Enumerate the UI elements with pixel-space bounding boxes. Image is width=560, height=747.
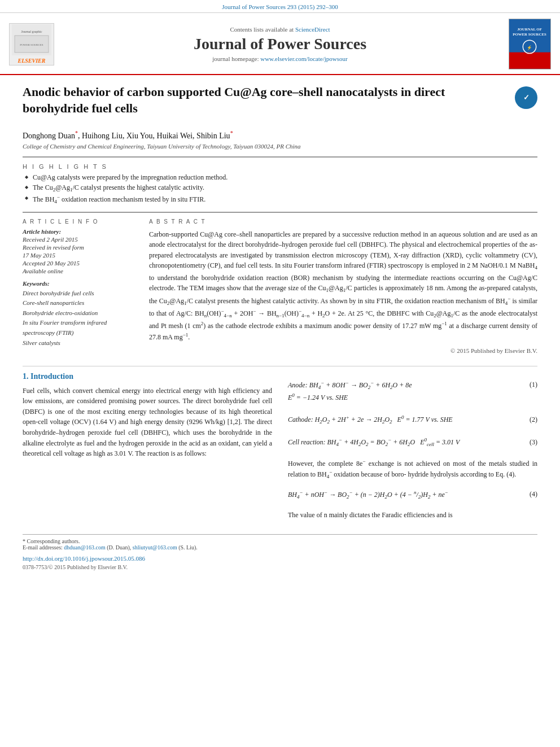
journal-homepage: journal homepage: www.elsevier.com/locat… <box>60 55 500 62</box>
equation-2-block: Cathode: H2O2 + 2H+ + 2e → 2H2O2 E0 = 1.… <box>288 412 537 429</box>
right-col-text-1: However, the complete 8e− exchange is no… <box>288 458 537 482</box>
right-col-paragraph-1: However, the complete 8e− exchange is no… <box>288 458 537 482</box>
elsevier-brand: ELSEVIER <box>18 58 46 64</box>
equation-4-row: BH4− + nOH− → BO2− + (n − 2)H2O + (4 − n… <box>288 490 537 500</box>
email-footnote: E-mail addresses: dhduan@163.com (D. Dua… <box>23 544 537 551</box>
journal-ref-text: Journal of Power Sources 293 (2015) 292–… <box>222 3 338 10</box>
equation-2-row: Cathode: H2O2 + 2H+ + 2e → 2H2O2 E0 = 1.… <box>288 414 537 425</box>
journal-ref-bar: Journal of Power Sources 293 (2015) 292–… <box>0 0 560 13</box>
equation-3-block: Cell reaction: BH4− + 4H2O2 = BO2− + 6H2… <box>288 435 537 452</box>
svg-text:POWER SOURCES: POWER SOURCES <box>20 43 43 46</box>
email-2-note: (S. Liu). <box>178 544 198 551</box>
svg-text:JOURNAL OF: JOURNAL OF <box>517 27 542 31</box>
equation-4-formula: BH4− + nOH− → BO2− + (n − 2)H2O + (4 − n… <box>288 490 448 500</box>
footer-issn: 0378-7753/© 2015 Published by Elsevier B… <box>23 564 537 570</box>
equation-1b-formula: E0 = −1.24 V vs. SHE <box>288 392 348 402</box>
svg-text:✓: ✓ <box>523 93 530 102</box>
header-center: Contents lists available at ScienceDirec… <box>60 26 500 62</box>
equation-3-number: (3) <box>520 438 537 447</box>
equation-1-block: Anode: BH4− + 8OH− → BO2− + 6H2O + 8e (1… <box>288 378 537 407</box>
highlight-item: The Cu2@Ag1/C catalyst presents the high… <box>25 184 537 193</box>
journal-title: Journal of Power Sources <box>60 35 500 53</box>
copyright-line: © 2015 Published by Elsevier B.V. <box>149 346 537 356</box>
accepted-date: Accepted 20 May 2015 <box>23 260 135 267</box>
equation-1-label: Anode: BH4− + 8OH− → BO2− + 6H2O + 8e <box>288 380 412 390</box>
body-section: 1. Introduction Fuel cells, which conver… <box>23 372 537 525</box>
highlight-item: The BH4− oxidation reaction mechanism te… <box>25 194 537 204</box>
elsevier-journal-logo: Journal graphic POWER SOURCES ELSEVIER <box>9 23 54 65</box>
article-history: Article history: Received 2 April 2015 R… <box>23 228 135 274</box>
divider-2 <box>23 212 537 213</box>
highlights-section: H I G H L I G H T S Cu@Ag catalysts were… <box>23 163 537 205</box>
highlight-item: Cu@Ag catalysts were prepared by the imp… <box>25 173 537 182</box>
keywords-list: Direct borohydride fuel cells Core-shell… <box>23 289 135 348</box>
article-info-label: A R T I C L E I N F O <box>23 219 135 225</box>
doi-link[interactable]: http://dx.doi.org/10.1016/j.jpowsour.201… <box>23 555 145 562</box>
affiliation: College of Chemistry and Chemical Engine… <box>23 143 537 150</box>
article-info-col: A R T I C L E I N F O Article history: R… <box>23 219 135 356</box>
homepage-link[interactable]: www.elsevier.com/locate/jpowsour <box>260 55 347 62</box>
equation-3-row: Cell reaction: BH4− + 4H2O2 = BO2− + 6H2… <box>288 437 537 447</box>
abstract-label: A B S T R A C T <box>149 219 537 225</box>
intro-section-title: 1. Introduction <box>23 372 272 381</box>
svg-text:POWER SOURCES: POWER SOURCES <box>513 32 546 36</box>
email-1-note: (D. Duan), <box>107 544 131 551</box>
email-1[interactable]: dhduan@163.com <box>64 544 105 551</box>
footnote-area: * Corresponding authors. E-mail addresse… <box>23 534 537 570</box>
logo-left: Journal graphic POWER SOURCES ELSEVIER <box>9 23 60 65</box>
equation-4-number: (4) <box>520 490 537 499</box>
header: Journal graphic POWER SOURCES ELSEVIER C… <box>0 13 560 75</box>
logo-right: JOURNAL OF POWER SOURCES ⚡ <box>500 19 551 69</box>
sciencedirect-label: Contents lists available at ScienceDirec… <box>60 26 500 33</box>
equation-1-number: (1) <box>520 381 537 389</box>
divider-3 <box>23 366 537 366</box>
abstract-col: A B S T R A C T Carbon-supported Cu@Ag c… <box>149 219 537 356</box>
intro-paragraph: Fuel cells, which convert chemical energ… <box>23 386 272 459</box>
divider-1 <box>23 156 537 158</box>
article-title: Anodic behavior of carbon supported Cu@A… <box>23 84 509 116</box>
equation-2-label: Cathode: H2O2 + 2H+ + 2e → 2H2O2 E0 = 1.… <box>288 414 453 425</box>
svg-text:Journal graphic: Journal graphic <box>21 30 42 33</box>
received-date: Received 2 April 2015 <box>23 236 135 243</box>
footer-doi: http://dx.doi.org/10.1016/j.jpowsour.201… <box>23 554 537 563</box>
article-content: Anodic behavior of carbon supported Cu@A… <box>0 75 560 582</box>
equation-3-label: Cell reaction: BH4− + 4H2O2 = BO2− + 6H2… <box>288 437 460 447</box>
highlights-label: H I G H L I G H T S <box>23 163 537 170</box>
available-online: Available online <box>23 268 135 274</box>
intro-text: Fuel cells, which convert chemical energ… <box>23 386 272 459</box>
abstract-text: Carbon-supported Cu@Ag core–shell nanopa… <box>149 229 537 356</box>
abstract-paragraph: Carbon-supported Cu@Ag core–shell nanopa… <box>149 229 537 343</box>
authors: Donghong Duan*, Huihong Liu, Xiu You, Hu… <box>23 130 537 141</box>
emails-label: E-mail addresses: <box>23 544 63 551</box>
intro-col-left: 1. Introduction Fuel cells, which conver… <box>23 372 272 525</box>
keywords-section: Keywords: Direct borohydride fuel cells … <box>23 280 135 348</box>
crossmark-badge: ✓ <box>515 86 537 109</box>
sciencedirect-link[interactable]: ScienceDirect <box>295 26 330 33</box>
keywords-label: Keywords: <box>23 280 135 287</box>
email-2[interactable]: shliutyut@163.com <box>133 544 177 551</box>
highlights-list: Cu@Ag catalysts were prepared by the imp… <box>23 173 537 205</box>
received-revised-label: Received in revised form <box>23 244 135 251</box>
right-col-paragraph-2: The value of n mainly dictates the Farad… <box>288 510 537 521</box>
article-meta-section: A R T I C L E I N F O Article history: R… <box>23 219 537 356</box>
equation-1b-row: E0 = −1.24 V vs. SHE <box>288 392 537 402</box>
right-col-text-2: The value of n mainly dictates the Farad… <box>288 510 537 521</box>
svg-rect-5 <box>509 53 550 69</box>
corresponding-label: * Corresponding authors. <box>23 538 537 544</box>
revised-date: 17 May 2015 <box>23 252 135 259</box>
intro-col-right: Anode: BH4− + 8OH− → BO2− + 6H2O + 8e (1… <box>288 372 537 525</box>
equation-4-block: BH4− + nOH− → BO2− + (n − 2)H2O + (4 − n… <box>288 487 537 504</box>
history-label: Article history: <box>23 228 135 235</box>
journal-cover-image: JOURNAL OF POWER SOURCES ⚡ <box>509 19 551 69</box>
equation-1-row: Anode: BH4− + 8OH− → BO2− + 6H2O + 8e (1… <box>288 380 537 390</box>
equation-2-number: (2) <box>520 416 537 424</box>
svg-text:⚡: ⚡ <box>527 45 532 50</box>
